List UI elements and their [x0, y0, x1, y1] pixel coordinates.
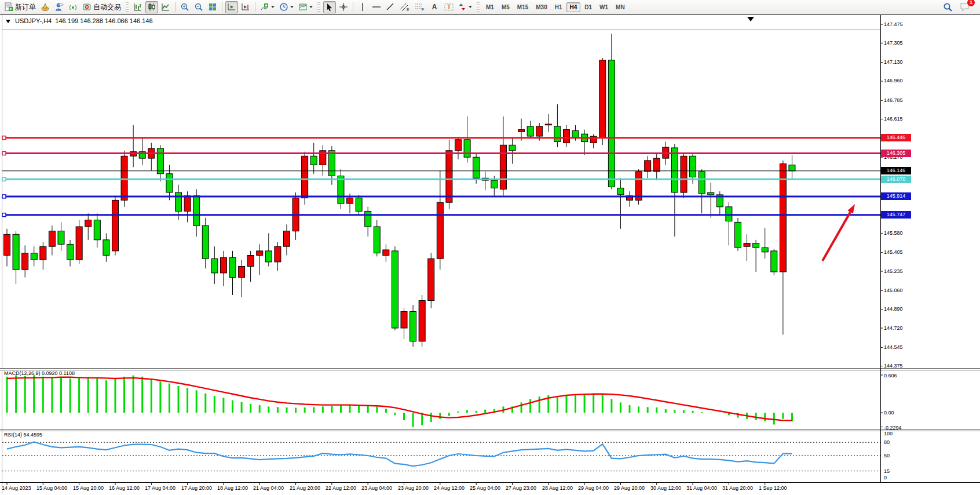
community-button[interactable] [53, 1, 65, 13]
arrows-tool-icon [459, 2, 467, 12]
time-label: 1 Sep 12:00 [759, 485, 787, 491]
auto-trading-label: 自动交易 [93, 2, 121, 12]
trendline-button[interactable] [384, 1, 397, 13]
horizontal-line-button[interactable] [370, 1, 383, 13]
chevron-down-icon [271, 6, 275, 8]
symbol-timeframe: USDJPY-,H4 [15, 17, 52, 24]
time-label: 15 Aug 20:00 [73, 485, 104, 491]
time-label: 29 Aug 20:00 [614, 485, 645, 491]
add-indicator-icon [260, 2, 269, 12]
channel-icon: E [400, 2, 410, 12]
periods-button[interactable] [277, 1, 295, 13]
price-level-label: 145.914 [881, 192, 911, 200]
crosshair-button[interactable] [337, 1, 350, 13]
timeframe-m1-button[interactable]: M1 [482, 2, 498, 12]
svg-text:F: F [422, 8, 424, 12]
shift-marker-icon [747, 17, 754, 21]
text-label-button[interactable]: T [442, 1, 456, 13]
rsi-tick: 0 [884, 475, 919, 481]
horizontal-line-icon [372, 3, 381, 10]
template-icon [298, 2, 308, 12]
rsi-label: RSI(14) 54.4595 [4, 432, 42, 438]
chart-shift-icon [241, 2, 250, 12]
new-order-button[interactable]: 新订单 [2, 1, 38, 13]
bar-chart-icon [133, 2, 142, 12]
price-tick: 146.960 [884, 78, 919, 83]
vertical-line-button[interactable] [356, 1, 369, 13]
macd-layer [6, 376, 793, 427]
time-label: 27 Aug 23:00 [506, 485, 536, 491]
rsi-layer [7, 442, 792, 466]
publish-button[interactable] [39, 1, 52, 13]
line-chart-icon [161, 2, 170, 12]
time-label: 29 Aug 04:00 [578, 485, 609, 491]
notification-badge: 1 [967, 0, 975, 6]
time-label: 21 Aug 04:00 [253, 485, 284, 491]
signals-button[interactable] [67, 1, 79, 13]
symbol-menu-icon[interactable] [6, 20, 10, 23]
new-order-icon [4, 2, 13, 12]
time-label: 18 Aug 12:00 [217, 485, 248, 491]
chart-shift-button[interactable] [239, 1, 252, 13]
macd-tick: 0.606 [884, 373, 919, 378]
timeframe-m30-button[interactable]: M30 [532, 2, 550, 12]
time-label: 17 Aug 20:00 [181, 485, 212, 491]
zoom-out-button[interactable] [192, 1, 205, 13]
auto-scroll-icon [227, 2, 236, 12]
price-tick: 147.305 [884, 40, 919, 46]
chart-title: USDJPY-,H4 146.199 146.288 146.066 146.1… [6, 17, 153, 24]
person-icon [54, 2, 64, 12]
price-tick: 147.475 [884, 21, 919, 27]
fibonacci-button[interactable]: F [413, 1, 427, 13]
timeframe-h1-button[interactable]: H1 [551, 2, 566, 12]
rsi-tick: 100 [884, 431, 919, 436]
auto-scroll-button[interactable] [225, 1, 238, 13]
zoom-in-button[interactable] [178, 1, 191, 13]
notifications-button[interactable]: 1 [958, 1, 972, 13]
auto-trading-button[interactable]: 自动交易 [81, 1, 123, 13]
chart-canvas[interactable] [0, 0, 980, 495]
templates-button[interactable] [297, 1, 315, 13]
timeframe-group: M1M5M15M30H1H4D1W1MN [482, 2, 628, 12]
chart-line-button[interactable] [159, 1, 172, 13]
arrows-button[interactable] [457, 1, 474, 13]
zoom-in-icon [180, 2, 189, 12]
timeframe-d1-button[interactable]: D1 [581, 2, 595, 12]
toolbar-grip[interactable] [317, 2, 320, 12]
toolbar-grip[interactable] [477, 2, 480, 12]
text-button[interactable]: A [428, 1, 441, 13]
channel-button[interactable]: E [398, 1, 412, 13]
toolbar-grip[interactable] [126, 2, 129, 12]
timeframe-m15-button[interactable]: M15 [514, 2, 532, 12]
timeframe-h4-button[interactable]: H4 [566, 2, 581, 12]
chart-bars-button[interactable] [131, 1, 144, 13]
indicators-button[interactable] [258, 1, 276, 13]
tile-windows-icon [208, 2, 217, 12]
cursor-button[interactable] [323, 1, 336, 13]
chevron-down-icon [309, 6, 313, 8]
timeframe-mn-button[interactable]: MN [612, 2, 628, 12]
timeframe-w1-button[interactable]: W1 [596, 2, 612, 12]
rsi-tick: 15 [884, 468, 919, 474]
rsi-tick: 50 [884, 453, 919, 458]
search-icon [943, 2, 953, 12]
price-tick: 144.545 [884, 344, 919, 350]
time-label: 22 Aug 12:00 [326, 485, 356, 491]
fibonacci-icon: F [415, 2, 425, 12]
chevron-down-icon [469, 6, 472, 8]
time-label: 30 Aug 12:00 [650, 485, 681, 491]
crosshair-icon [339, 2, 348, 12]
search-button[interactable] [941, 1, 955, 13]
price-tick: 145.235 [884, 268, 919, 274]
chart-candles-button[interactable] [145, 1, 158, 13]
ohlc-quote: 146.199 146.288 146.066 146.146 [55, 17, 152, 24]
svg-text:E: E [407, 8, 409, 12]
tile-windows-button[interactable] [206, 1, 219, 13]
candles-layer [4, 34, 795, 347]
price-level-label: 145.747 [881, 211, 911, 219]
vertical-line-icon [359, 2, 366, 12]
macd-tick: 0.00 [884, 410, 919, 416]
text-tool-icon: A [432, 3, 437, 11]
toolbar: 新订单 自动交易 [0, 0, 980, 14]
timeframe-m5-button[interactable]: M5 [498, 2, 513, 12]
